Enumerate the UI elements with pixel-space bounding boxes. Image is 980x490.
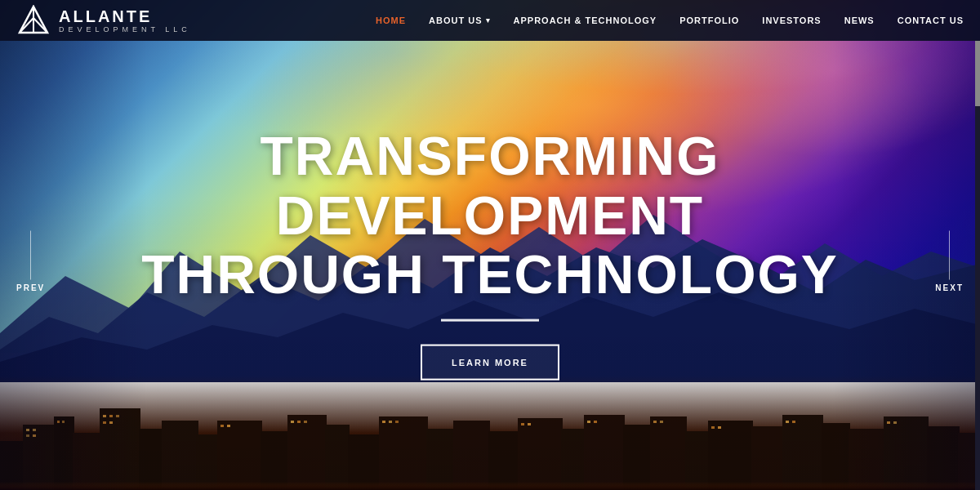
logo-name: ALLANTE xyxy=(59,8,191,24)
logo-text: ALLANTE DEVELOPMENT LLC xyxy=(59,8,191,33)
next-button[interactable]: NEXT xyxy=(935,231,964,292)
nav-news[interactable]: NEWS xyxy=(844,16,875,25)
next-line xyxy=(949,231,950,280)
hero-content: TRANSFORMING DEVELOPMENT THROUGH TECHNOL… xyxy=(49,127,931,381)
header: ALLANTE DEVELOPMENT LLC HOME ABOUT US ▾ … xyxy=(0,0,980,41)
nav-investors[interactable]: INVESTORS xyxy=(762,16,821,25)
hero-section: ALLANTE DEVELOPMENT LLC HOME ABOUT US ▾ … xyxy=(0,0,980,490)
logo-icon xyxy=(16,5,51,36)
logo[interactable]: ALLANTE DEVELOPMENT LLC xyxy=(16,5,191,36)
logo-sub: DEVELOPMENT LLC xyxy=(59,26,191,33)
nav-portfolio[interactable]: PORTFOLIO xyxy=(679,16,739,25)
scrollbar[interactable] xyxy=(975,41,980,490)
main-nav: HOME ABOUT US ▾ APPROACH & TECHNOLOGY PO… xyxy=(376,16,964,25)
prev-line xyxy=(30,231,31,280)
prev-button[interactable]: PREV xyxy=(16,231,45,292)
hero-title: TRANSFORMING DEVELOPMENT THROUGH TECHNOL… xyxy=(49,127,931,305)
nav-about-us[interactable]: ABOUT US ▾ xyxy=(429,16,490,25)
hero-divider xyxy=(441,318,539,321)
nav-approach-technology[interactable]: APPROACH & TECHNOLOGY xyxy=(514,16,657,25)
about-us-chevron-icon: ▾ xyxy=(486,16,491,24)
learn-more-button[interactable]: LEARN MORE xyxy=(421,344,559,380)
nav-home[interactable]: HOME xyxy=(376,16,406,25)
scrollbar-thumb[interactable] xyxy=(975,41,980,106)
nav-contact-us[interactable]: CONTACT US xyxy=(898,16,964,25)
